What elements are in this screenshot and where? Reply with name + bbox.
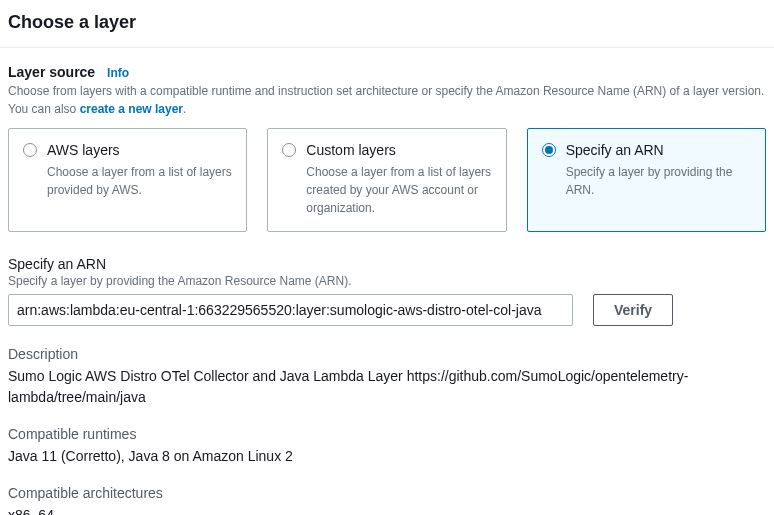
layer-source-label: Layer source [8,64,95,80]
option-title: Specify an ARN [566,141,751,161]
arn-input[interactable] [8,294,573,326]
panel-content: Layer source Info Choose from layers wit… [0,48,774,515]
option-desc: Choose a layer from a list of layers pro… [47,163,232,199]
create-layer-link[interactable]: create a new layer [80,102,183,116]
layer-source-hint-suffix: . [183,102,186,116]
architectures-label: Compatible architectures [8,485,766,501]
panel-header: Choose a layer [0,0,774,48]
description-value: Sumo Logic AWS Distro OTel Collector and… [8,366,766,408]
option-body: Specify an ARN Specify a layer by provid… [566,141,751,199]
option-body: Custom layers Choose a layer from a list… [306,141,491,217]
arn-input-row: Verify [8,294,766,326]
info-link[interactable]: Info [107,66,129,80]
option-title: Custom layers [306,141,491,161]
option-aws-layers[interactable]: AWS layers Choose a layer from a list of… [8,128,247,232]
layer-source-label-row: Layer source Info [8,64,766,80]
runtimes-label: Compatible runtimes [8,426,766,442]
option-specify-arn[interactable]: Specify an ARN Specify a layer by provid… [527,128,766,232]
option-body: AWS layers Choose a layer from a list of… [47,141,232,199]
radio-icon [542,143,556,157]
layer-source-options: AWS layers Choose a layer from a list of… [8,128,766,232]
verify-button[interactable]: Verify [593,294,673,326]
radio-icon [23,143,37,157]
radio-icon [282,143,296,157]
option-desc: Specify a layer by providing the ARN. [566,163,751,199]
option-custom-layers[interactable]: Custom layers Choose a layer from a list… [267,128,506,232]
description-label: Description [8,346,766,362]
option-desc: Choose a layer from a list of layers cre… [306,163,491,217]
runtimes-value: Java 11 (Corretto), Java 8 on Amazon Lin… [8,446,766,467]
arn-field-hint: Specify a layer by providing the Amazon … [8,274,766,288]
option-title: AWS layers [47,141,232,161]
specify-arn-section: Specify an ARN Specify a layer by provid… [8,256,766,326]
description-section: Description Sumo Logic AWS Distro OTel C… [8,346,766,408]
architectures-section: Compatible architectures x86_64 [8,485,766,515]
arn-field-label: Specify an ARN [8,256,766,272]
architectures-value: x86_64 [8,505,766,515]
page-title: Choose a layer [8,12,766,33]
layer-source-hint: Choose from layers with a compatible run… [8,82,766,118]
runtimes-section: Compatible runtimes Java 11 (Corretto), … [8,426,766,467]
